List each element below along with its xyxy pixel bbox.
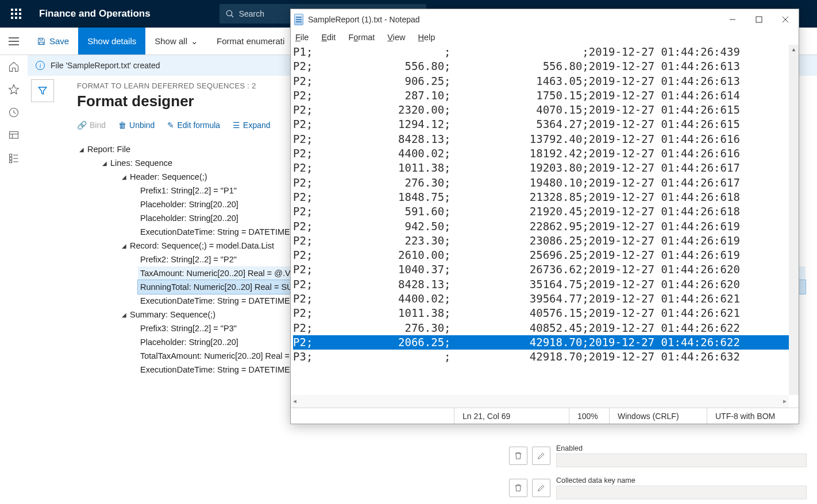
notepad-icon [294,14,303,25]
show-details-label: Show details [87,36,136,46]
trash-icon: 🗑 [118,121,126,130]
svg-rect-11 [10,154,12,157]
left-rail [0,55,28,504]
trash-icon [514,451,523,460]
banner-text: File 'SampleReport.txt' created [51,61,160,70]
list-icon: ☰ [233,121,240,130]
edit-formula-button[interactable]: ✎Edit formula [167,121,220,130]
recent-icon[interactable] [8,107,20,118]
delete-button[interactable] [509,479,527,497]
svg-rect-8 [10,131,18,138]
status-cursor-pos: Ln 21, Col 69 [454,408,569,424]
pencil-icon: ✎ [167,121,174,130]
filter-button[interactable] [31,79,54,102]
unbind-button[interactable]: 🗑Unbind [118,121,155,130]
notepad-line[interactable]: P2; 2066.25; 42918.70;2019-12-27 01:44:2… [293,335,799,350]
edit-button[interactable] [532,479,550,497]
save-icon [37,37,46,46]
workspace-icon[interactable] [8,130,20,141]
delete-button[interactable] [509,447,527,465]
svg-rect-19 [756,17,762,22]
app-title: Finance and Operations [39,8,151,20]
svg-rect-12 [10,157,12,160]
maximize-icon [756,16,762,23]
minimize-icon [729,16,736,23]
horizontal-scrollbar[interactable]: ◀▶ [291,395,789,408]
menu-edit[interactable]: Edit [321,33,336,42]
notepad-line[interactable]: P2; 276.30; 40852.45;2019-12-27 01:44:26… [293,321,799,335]
menu-format[interactable]: Format [348,33,375,42]
format-enum-button[interactable]: Format enumerati [207,28,294,55]
notepad-line[interactable]: P2; 1011.38; 40576.15;2019-12-27 01:44:2… [293,306,799,320]
notepad-text-area[interactable]: P1; ; ;2019-12-27 01:44:26:439P2; 556.80… [291,45,799,408]
vertical-scrollbar[interactable]: ▲ [789,45,799,395]
notepad-line[interactable]: P2; 287.10; 1750.15;2019-12-27 01:44:26:… [293,88,799,103]
prop-label-enabled: Enabled [556,444,817,452]
properties-panel: Enabled Collected data key name [507,440,817,504]
svg-point-0 [226,10,232,15]
pencil-icon [537,483,546,493]
trash-icon [514,483,523,493]
notepad-line[interactable]: P2; 1294.12; 5364.27;2019-12-27 01:44:26… [293,117,799,131]
scroll-right-icon[interactable]: ▶ [783,394,787,408]
enabled-input[interactable] [556,453,807,467]
status-encoding: UTF-8 with BOM [707,408,799,424]
modules-icon[interactable] [8,153,20,164]
save-label: Save [49,36,69,46]
scroll-left-icon[interactable]: ◀ [293,394,296,408]
svg-marker-6 [9,85,19,94]
notepad-line[interactable]: P2; 591.60; 21920.45;2019-12-27 01:44:26… [293,204,799,219]
notepad-line[interactable]: P2; 4400.02; 18192.42;2019-12-27 01:44:2… [293,146,799,161]
show-all-button[interactable]: Show all⌄ [145,28,207,55]
search-placeholder: Search [239,9,264,18]
save-button[interactable]: Save [28,28,78,55]
notepad-line[interactable]: P2; 8428.13; 13792.40;2019-12-27 01:44:2… [293,132,799,146]
link-icon: 🔗 [77,121,87,130]
star-icon[interactable] [8,84,20,95]
collected-key-input[interactable] [556,486,807,499]
notepad-line[interactable]: P2; 223.30; 23086.25;2019-12-27 01:44:26… [293,234,799,248]
edit-button[interactable] [532,447,550,465]
scroll-up-icon[interactable]: ▲ [789,45,799,55]
notepad-title-bar[interactable]: SampleReport (1).txt - Notepad [291,9,799,30]
notepad-line[interactable]: P2; 556.80; 556.80;2019-12-27 01:44:26:6… [293,59,799,73]
notepad-line[interactable]: P3; ; 42918.70;2019-12-27 01:44:26:632 [293,350,799,364]
notepad-menu: File Edit Format View Help [291,30,799,45]
menu-view[interactable]: View [387,33,405,42]
minimize-button[interactable] [719,10,746,29]
bind-button[interactable]: 🔗Bind [77,121,106,130]
svg-rect-5 [40,42,44,44]
notepad-window: SampleReport (1).txt - Notepad File Edit… [290,9,799,424]
show-all-label: Show all [155,36,187,46]
svg-rect-13 [10,161,12,162]
format-enum-label: Format enumerati [217,36,284,46]
notepad-line[interactable]: P2; 942.50; 22862.95;2019-12-27 01:44:26… [293,219,799,234]
notepad-line[interactable]: P2; 1848.75; 21328.85;2019-12-27 01:44:2… [293,190,799,204]
hamburger-icon [9,37,19,45]
notepad-line[interactable]: P2; 2320.00; 4070.15;2019-12-27 01:44:26… [293,103,799,117]
menu-help[interactable]: Help [418,33,436,42]
notepad-line[interactable]: P2; 906.25; 1463.05;2019-12-27 01:44:26:… [293,74,799,88]
notepad-line[interactable]: P1; ; ;2019-12-27 01:44:26:439 [293,45,799,59]
close-button[interactable] [772,10,799,29]
hamburger-button[interactable] [0,28,28,55]
notepad-line[interactable]: P2; 4400.02; 39564.77;2019-12-27 01:44:2… [293,292,799,306]
search-icon [225,9,234,18]
notepad-line[interactable]: P2; 1040.37; 26736.62;2019-12-27 01:44:2… [293,262,799,277]
expand-button[interactable]: ☰Expand [233,121,270,130]
maximize-button[interactable] [746,10,772,29]
home-icon[interactable] [8,61,20,72]
waffle-button[interactable] [5,0,28,28]
info-icon: i [36,61,45,70]
menu-file[interactable]: File [295,33,309,42]
notepad-line[interactable]: P2; 2610.00; 25696.25;2019-12-27 01:44:2… [293,248,799,262]
status-zoom: 100% [569,408,609,424]
waffle-icon [11,9,21,19]
notepad-line[interactable]: P2; 276.30; 19480.10;2019-12-27 01:44:26… [293,176,799,190]
notepad-line[interactable]: P2; 8428.13; 35164.75;2019-12-27 01:44:2… [293,277,799,292]
filter-icon [37,86,48,96]
show-details-button[interactable]: Show details [78,28,145,55]
svg-marker-17 [38,87,47,94]
notepad-line[interactable]: P2; 1011.38; 19203.80;2019-12-27 01:44:2… [293,161,799,175]
pencil-icon [537,451,546,460]
